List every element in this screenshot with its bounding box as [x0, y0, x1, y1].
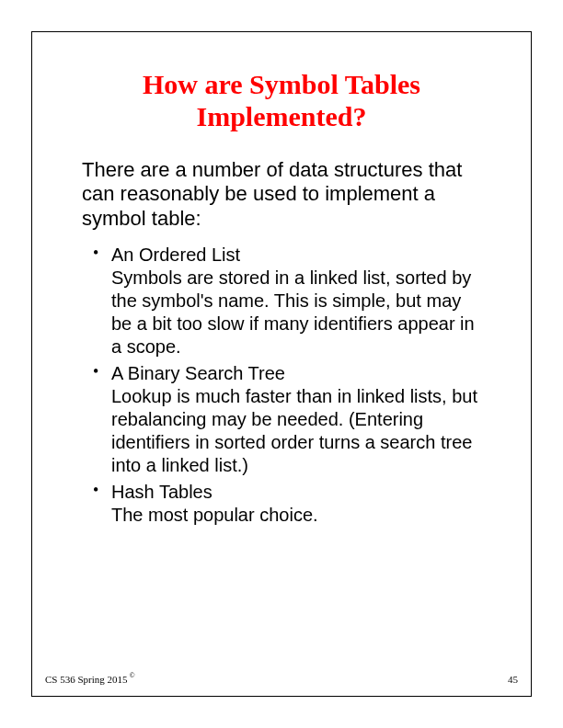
footer-left: CS 536 Spring 2015 ©: [45, 674, 135, 685]
slide-frame: How are Symbol Tables Implemented? There…: [31, 31, 532, 697]
intro-text: There are a number of data structures th…: [78, 158, 485, 231]
page-number: 45: [508, 674, 518, 685]
bullet-item: Hash Tables The most popular choice.: [89, 481, 485, 527]
bullet-title: A Binary Search Tree: [111, 362, 485, 385]
copyright-symbol: ©: [130, 671, 135, 679]
slide-title: How are Symbol Tables Implemented?: [78, 69, 485, 132]
bullet-desc: Symbols are stored in a linked list, sor…: [111, 267, 485, 358]
course-label: CS 536 Spring 2015: [45, 674, 128, 685]
bullet-desc: Lookup is much faster than in linked lis…: [111, 385, 485, 477]
bullet-item: A Binary Search Tree Lookup is much fast…: [89, 362, 485, 477]
bullet-title: Hash Tables: [111, 481, 485, 504]
bullet-item: An Ordered List Symbols are stored in a …: [89, 244, 485, 358]
bullet-desc: The most popular choice.: [111, 504, 485, 527]
bullet-list: An Ordered List Symbols are stored in a …: [78, 244, 485, 527]
bullet-title: An Ordered List: [111, 244, 485, 267]
footer: CS 536 Spring 2015 © 45: [45, 674, 518, 685]
